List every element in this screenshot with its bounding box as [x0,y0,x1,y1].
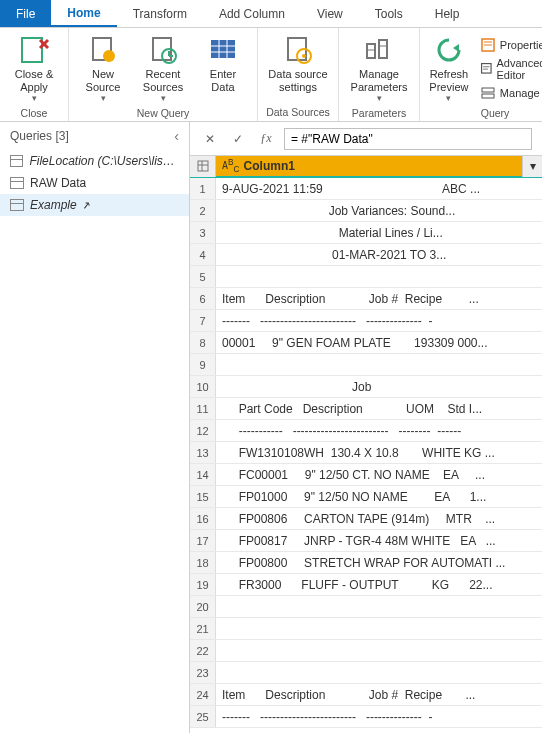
cell[interactable]: 01-MAR-2021 TO 3... [216,244,542,265]
tab-add-column[interactable]: Add Column [203,0,301,27]
cell[interactable] [216,640,542,661]
row-number: 5 [190,266,216,287]
recent-sources-button[interactable]: Recent Sources [135,32,191,105]
cell[interactable]: FW1310108WH 130.4 X 10.8 WHITE KG ... [216,442,542,463]
cell[interactable] [216,662,542,683]
cell[interactable] [216,266,542,287]
cell[interactable]: FP00817 JNRP - TGR-4 48M WHITE EA ... [216,530,542,551]
cell[interactable]: FP00800 STRETCH WRAP FOR AUTOMATI ... [216,552,542,573]
table-row[interactable]: 18 FP00800 STRETCH WRAP FOR AUTOMATI ... [190,552,542,574]
table-row[interactable]: 7------- ------------------------ ------… [190,310,542,332]
cell[interactable]: Job [216,376,542,397]
cell[interactable]: ----------- ------------------------ ---… [216,420,542,441]
query-item-0[interactable]: FileLocation (C:\Users\lisde... [0,150,189,172]
tab-view[interactable]: View [301,0,359,27]
manage-label: Manage [500,87,540,99]
cell[interactable]: FP01000 9" 12/50 NO NAME EA 1... [216,486,542,507]
ribbon: Close & Apply Close New Source Recent So… [0,28,542,122]
row-number: 1 [190,178,216,199]
query-item-label: Example [30,198,77,212]
cell[interactable]: Job Variances: Sound... [216,200,542,221]
file-menu[interactable]: File [0,0,51,27]
ribbon-group-query-label: Query [426,105,542,122]
cell[interactable]: FP00806 CARTON TAPE (914m) MTR ... [216,508,542,529]
row-number: 14 [190,464,216,485]
table-row[interactable]: 22 [190,640,542,662]
svg-point-4 [103,50,115,62]
advanced-editor-button[interactable]: Advanced Editor [478,56,542,82]
formula-commit-icon[interactable]: ✓ [228,129,248,149]
cell[interactable]: ------- ------------------------ -------… [216,706,542,727]
table-row[interactable]: 25------- ------------------------ -----… [190,706,542,728]
ribbon-group-close-label: Close [6,105,62,122]
table-row[interactable]: 12 ----------- ------------------------ … [190,420,542,442]
cell[interactable]: 00001 9" GEN FOAM PLATE 193309 000... [216,332,542,353]
tab-tools[interactable]: Tools [359,0,419,27]
column-header-row: ABC Column1 ▾ [190,156,542,178]
cell[interactable] [216,354,542,375]
formula-input[interactable] [284,128,532,150]
tab-transform[interactable]: Transform [117,0,203,27]
cell[interactable]: Material Lines / Li... [216,222,542,243]
table-row[interactable]: 21 [190,618,542,640]
cell[interactable]: FC00001 9" 12/50 CT. NO NAME EA ... [216,464,542,485]
table-row[interactable]: 16 FP00806 CARTON TAPE (914m) MTR ... [190,508,542,530]
table-menu-button[interactable] [190,156,216,177]
cell[interactable]: Item Description Job # Recipe ... [216,684,542,705]
table-row[interactable]: 3 Material Lines / Li... [190,222,542,244]
table-row[interactable]: 15 FP01000 9" 12/50 NO NAME EA 1... [190,486,542,508]
cell[interactable]: Part Code Description UOM Std I... [216,398,542,419]
tab-home[interactable]: Home [51,0,116,27]
tab-help[interactable]: Help [419,0,476,27]
table-row[interactable]: 19 FR3000 FLUFF - OUTPUT KG 22... [190,574,542,596]
cell[interactable]: ------- ------------------------ -------… [216,310,542,331]
table-row[interactable]: 9 [190,354,542,376]
close-apply-icon [18,34,50,66]
cell[interactable] [216,596,542,617]
table-row[interactable]: 10 Job [190,376,542,398]
properties-button[interactable]: Properties [478,36,542,54]
table-row[interactable]: 14 FC00001 9" 12/50 CT. NO NAME EA ... [190,464,542,486]
column-header[interactable]: ABC Column1 [216,157,522,174]
svg-rect-9 [211,40,235,58]
column-filter-button[interactable]: ▾ [522,156,542,177]
cell[interactable]: Item Description Job # Recipe ... [216,288,542,309]
column-name: Column1 [244,159,295,173]
recent-sources-label: Recent Sources [143,68,183,93]
query-item-1[interactable]: RAW Data [0,172,189,194]
collapse-queries-icon[interactable]: ‹ [174,128,179,144]
cell[interactable] [216,618,542,639]
formula-cancel-icon[interactable]: ✕ [200,129,220,149]
row-number: 8 [190,332,216,353]
cursor-icon: ↖ [83,199,92,212]
table-row[interactable]: 13 FW1310108WH 130.4 X 10.8 WHITE KG ... [190,442,542,464]
table-row[interactable]: 11 Part Code Description UOM Std I... [190,398,542,420]
table-row[interactable]: 23 [190,662,542,684]
enter-data-button[interactable]: Enter Data [195,32,251,105]
refresh-preview-button[interactable]: Refresh Preview [426,32,472,105]
data-source-settings-button[interactable]: Data source settings [264,32,332,95]
row-number: 25 [190,706,216,727]
cell[interactable]: 9-AUG-2021 11:59 ABC ... [216,178,542,199]
table-row[interactable]: 24Item Description Job # Recipe ... [190,684,542,706]
table-row[interactable]: 800001 9" GEN FOAM PLATE 193309 000... [190,332,542,354]
table-icon [10,155,23,167]
table-row[interactable]: 4 01-MAR-2021 TO 3... [190,244,542,266]
manage-parameters-button[interactable]: Manage Parameters [345,32,413,105]
query-item-2[interactable]: Example↖ [0,194,189,216]
queries-pane: Queries [3] ‹ FileLocation (C:\Users\lis… [0,122,190,733]
new-source-button[interactable]: New Source [75,32,131,105]
queries-header: Queries [3] ‹ [0,122,189,150]
table-row[interactable]: 2 Job Variances: Sound... [190,200,542,222]
properties-icon [480,37,496,53]
table-row[interactable]: 5 [190,266,542,288]
table-row[interactable]: 6Item Description Job # Recipe ... [190,288,542,310]
table-row[interactable]: 19-AUG-2021 11:59 ABC ... [190,178,542,200]
table-row[interactable]: 17 FP00817 JNRP - TGR-4 48M WHITE EA ... [190,530,542,552]
close-apply-button[interactable]: Close & Apply [6,32,62,105]
manage-button[interactable]: Manage [478,84,542,102]
fx-icon[interactable]: ƒx [256,129,276,149]
refresh-preview-label: Refresh Preview [429,68,468,93]
table-row[interactable]: 20 [190,596,542,618]
cell[interactable]: FR3000 FLUFF - OUTPUT KG 22... [216,574,542,595]
